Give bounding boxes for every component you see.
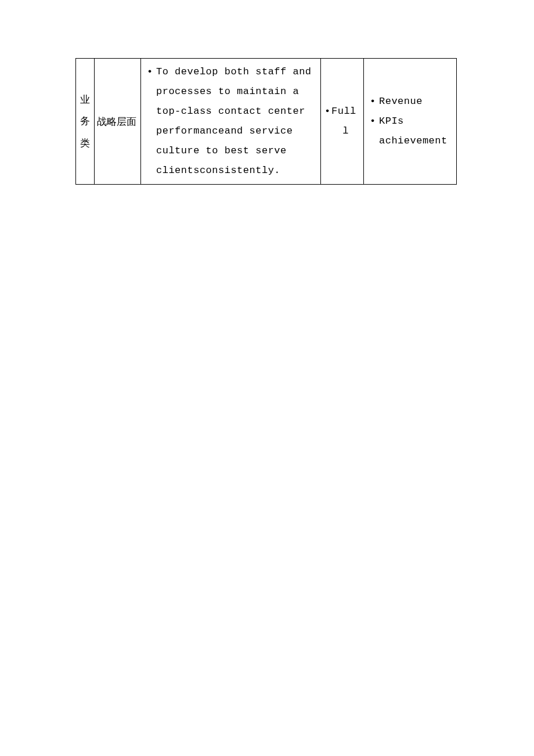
cell-level: 战略层面 xyxy=(95,59,141,185)
text: l xyxy=(323,121,361,141)
cell-scope: Full l xyxy=(321,59,364,185)
char: 务 xyxy=(78,110,92,132)
doc-table: 业 务 类 战略层面 To develop both staff and pro… xyxy=(75,58,457,185)
table-row: 业 务 类 战略层面 To develop both staff and pro… xyxy=(76,59,457,185)
text: 战略层面 xyxy=(97,116,136,127)
cell-description: To develop both staff and processes to m… xyxy=(141,59,321,185)
bullet-item: To develop both staff and processes to m… xyxy=(147,62,315,181)
char: 类 xyxy=(78,132,92,154)
bullet-item: Full xyxy=(324,102,360,121)
bullet-item: Revenue xyxy=(370,92,450,111)
cell-metrics: Revenue KPIs achievement xyxy=(364,59,457,185)
cell-category: 业 务 类 xyxy=(76,59,95,185)
char: 业 xyxy=(78,89,92,110)
bullet-item: KPIs achievement xyxy=(370,111,450,151)
